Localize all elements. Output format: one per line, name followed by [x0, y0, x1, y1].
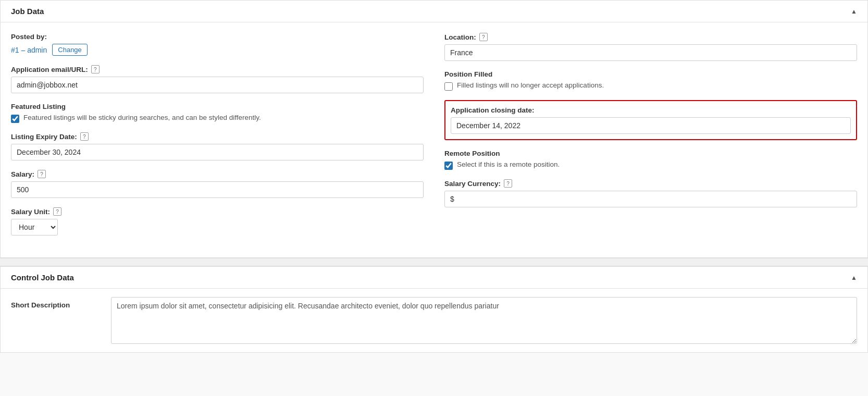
short-description-textarea[interactable]: Lorem ipsum dolor sit amet, consectetur …: [111, 297, 857, 344]
salary-help[interactable]: ?: [38, 170, 46, 178]
listing-expiry-group: Listing Expiry Date: ?: [11, 132, 424, 160]
featured-listing-label: Featured Listing: [11, 103, 424, 110]
featured-listing-checkbox-row: Featured listings will be sticky during …: [11, 114, 424, 123]
position-filled-checkbox-label: Filled listings will no longer accept ap…: [457, 81, 604, 89]
application-email-group: Application email/URL: ?: [11, 65, 424, 93]
short-description-layout: Short Description Lorem ipsum dolor sit …: [1, 289, 867, 352]
position-filled-checkbox[interactable]: [444, 82, 453, 91]
location-input[interactable]: [444, 44, 857, 61]
listing-expiry-label: Listing Expiry Date: ?: [11, 132, 424, 141]
admin-link[interactable]: #1 – admin: [11, 46, 47, 54]
posted-by-group: Posted by: #1 – admin Change: [11, 33, 424, 56]
job-data-collapse-icon[interactable]: ▲: [851, 8, 857, 15]
application-email-input[interactable]: [11, 77, 424, 93]
change-button[interactable]: Change: [52, 44, 88, 56]
salary-currency-group: Salary Currency: ?: [444, 179, 857, 207]
salary-label: Salary: ?: [11, 170, 424, 178]
short-description-label: Short Description: [11, 297, 105, 309]
location-label: Location: ?: [444, 33, 857, 41]
salary-unit-group: Salary Unit: ? Hour Day Week Month Year: [11, 207, 424, 236]
remote-position-checkbox[interactable]: [444, 162, 453, 170]
position-filled-group: Position Filled Filled listings will no …: [444, 70, 857, 91]
section-gap: [0, 258, 868, 266]
remote-position-label: Remote Position: [444, 150, 857, 157]
control-job-data-header: Control Job Data ▲: [1, 267, 867, 289]
salary-currency-help[interactable]: ?: [504, 179, 512, 188]
remote-position-checkbox-row: Select if this is a remote position.: [444, 160, 857, 170]
job-data-title: Job Data: [11, 7, 44, 16]
featured-listing-checkbox-label: Featured listings will be sticky during …: [23, 114, 261, 121]
listing-expiry-input[interactable]: [11, 144, 424, 160]
right-column: Location: ? Position Filled Filled listi…: [444, 33, 857, 245]
salary-input[interactable]: [11, 181, 424, 198]
posted-by-label: Posted by:: [11, 33, 424, 41]
salary-unit-help[interactable]: ?: [53, 207, 61, 216]
job-data-section: Job Data ▲ Posted by: #1 – admin Change: [0, 0, 868, 258]
salary-unit-label: Salary Unit: ?: [11, 207, 424, 216]
salary-unit-select[interactable]: Hour Day Week Month Year: [11, 219, 58, 236]
job-data-header: Job Data ▲: [1, 1, 867, 22]
application-email-label: Application email/URL: ?: [11, 65, 424, 73]
application-closing-date-group: Application closing date:: [444, 100, 857, 140]
location-group: Location: ?: [444, 33, 857, 61]
left-column: Posted by: #1 – admin Change Application…: [11, 33, 424, 245]
featured-listing-checkbox[interactable]: [11, 115, 19, 123]
closing-date-input[interactable]: [451, 117, 851, 134]
salary-currency-label: Salary Currency: ?: [444, 179, 857, 188]
position-filled-checkbox-row: Filled listings will no longer accept ap…: [444, 81, 857, 91]
salary-currency-input[interactable]: [444, 191, 857, 207]
listing-expiry-help[interactable]: ?: [80, 132, 89, 141]
application-email-help[interactable]: ?: [91, 65, 100, 73]
posted-by-row: #1 – admin Change: [11, 44, 424, 56]
featured-listing-group: Featured Listing Featured listings will …: [11, 103, 424, 123]
position-filled-label: Position Filled: [444, 70, 857, 78]
job-data-body: Posted by: #1 – admin Change Application…: [1, 22, 867, 257]
remote-position-group: Remote Position Select if this is a remo…: [444, 150, 857, 170]
control-job-data-title: Control Job Data: [11, 273, 74, 282]
control-job-data-collapse-icon[interactable]: ▲: [851, 274, 857, 281]
location-help[interactable]: ?: [479, 33, 488, 41]
remote-position-checkbox-label: Select if this is a remote position.: [457, 160, 560, 168]
control-job-data-section: Control Job Data ▲ Short Description Lor…: [0, 266, 868, 353]
job-data-form-grid: Posted by: #1 – admin Change Application…: [11, 33, 857, 245]
salary-group: Salary: ?: [11, 170, 424, 198]
closing-date-label: Application closing date:: [451, 106, 851, 114]
